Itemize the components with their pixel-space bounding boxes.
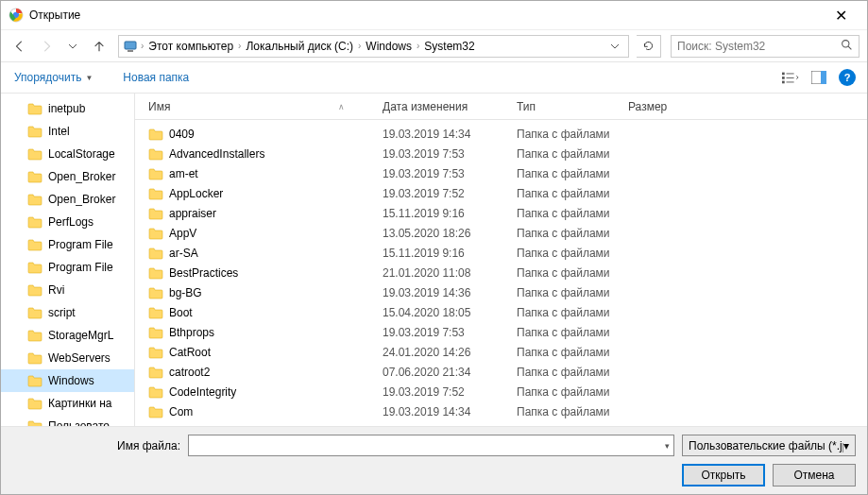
col-size[interactable]: Размер: [628, 100, 704, 113]
file-date: 21.01.2020 11:08: [383, 266, 517, 280]
tree-item[interactable]: Пользовате: [1, 415, 134, 426]
file-name: BestPractices: [169, 266, 238, 280]
preview-pane-button[interactable]: [810, 69, 827, 86]
chevron-down-icon[interactable]: ▾: [659, 441, 670, 451]
file-name: appraiser: [169, 207, 216, 220]
tree-item-label: Intel: [48, 125, 70, 138]
file-name: AppLocker: [169, 187, 223, 200]
file-name: Com: [169, 405, 193, 418]
search-box[interactable]: [671, 35, 859, 58]
tree-item-label: Open_Broker: [48, 170, 115, 183]
file-row[interactable]: BestPractices21.01.2020 11:08Папка с фай…: [135, 263, 867, 282]
col-date[interactable]: Дата изменения: [383, 100, 517, 113]
file-row[interactable]: am-et19.03.2019 7:53Папка с файлами: [135, 163, 867, 183]
file-row[interactable]: Boot15.04.2020 18:05Папка с файлами: [135, 302, 867, 322]
file-name: Bthprops: [169, 326, 214, 339]
search-input[interactable]: [677, 40, 841, 53]
tree-item[interactable]: Картинки на: [1, 392, 134, 415]
tree-item[interactable]: Program File: [1, 233, 134, 256]
tree-item[interactable]: inetpub: [1, 97, 134, 120]
svg-rect-7: [787, 74, 794, 75]
svg-rect-3: [128, 50, 133, 52]
crumb-windows[interactable]: Windows: [362, 36, 416, 57]
cancel-button[interactable]: Отмена: [773, 464, 856, 486]
col-name[interactable]: Имя∧: [148, 100, 383, 113]
tree-item-label: Windows: [48, 374, 94, 387]
tree-item[interactable]: Open_Broker: [1, 188, 134, 211]
back-button[interactable]: [9, 35, 31, 58]
title-bar: Открытие ✕: [1, 1, 867, 29]
path-dropdown[interactable]: [604, 35, 626, 58]
chevron-down-icon: ▾: [843, 439, 849, 452]
tree-item[interactable]: Program File: [1, 256, 134, 279]
search-icon[interactable]: [841, 39, 853, 54]
file-date: 07.06.2020 21:34: [383, 366, 517, 379]
file-row[interactable]: catroot207.06.2020 21:34Папка с файлами: [135, 362, 867, 382]
file-list[interactable]: 040919.03.2019 14:34Папка с файламиAdvan…: [135, 120, 867, 426]
column-headers[interactable]: Имя∧ Дата изменения Тип Размер: [135, 94, 867, 120]
file-date: 15.04.2020 18:05: [383, 306, 517, 319]
breadcrumb-bar[interactable]: › Этот компьютер › Локальный диск (C:) ›…: [118, 35, 629, 58]
up-button[interactable]: [88, 35, 111, 58]
crumb-system32[interactable]: System32: [420, 36, 478, 57]
file-name: bg-BG: [169, 286, 202, 299]
tree-item[interactable]: StorageMgrL: [1, 324, 134, 347]
file-type: Папка с файлами: [517, 187, 628, 200]
tree-item[interactable]: PerfLogs: [1, 211, 134, 233]
file-row[interactable]: CodeIntegrity19.03.2019 7:52Папка с файл…: [135, 382, 867, 401]
view-details-button[interactable]: [782, 69, 799, 86]
filename-input[interactable]: [193, 439, 659, 452]
file-date: 15.11.2019 9:16: [383, 207, 517, 220]
refresh-button[interactable]: [637, 35, 661, 58]
file-type: Папка с файлами: [517, 227, 628, 240]
tree-item[interactable]: Open_Broker: [1, 165, 134, 188]
tree-item[interactable]: Windows: [1, 369, 134, 392]
close-button[interactable]: ✕: [822, 7, 859, 25]
nav-bar: › Этот компьютер › Локальный диск (C:) ›…: [1, 29, 867, 61]
new-folder-button[interactable]: Новая папка: [121, 67, 191, 88]
forward-button[interactable]: [35, 35, 58, 58]
file-name: catroot2: [169, 366, 210, 379]
filename-combo[interactable]: ▾: [188, 435, 674, 456]
help-button[interactable]: ?: [839, 69, 856, 86]
file-name: am-et: [169, 167, 198, 180]
tree-item-label: Картинки на: [48, 397, 112, 410]
file-name: 0409: [169, 128, 195, 141]
file-row[interactable]: Com19.03.2019 14:34Папка с файлами: [135, 401, 867, 421]
tree-item-label: inetpub: [48, 102, 85, 115]
tree-item[interactable]: Rvi: [1, 279, 134, 301]
file-row[interactable]: AppV13.05.2020 18:26Папка с файлами: [135, 223, 867, 243]
file-row[interactable]: appraiser15.11.2019 9:16Папка с файлами: [135, 203, 867, 223]
organize-button[interactable]: Упорядочить▼: [12, 67, 94, 88]
tree-item[interactable]: script: [1, 301, 134, 324]
open-button[interactable]: Открыть: [682, 464, 765, 486]
file-type: Папка с файлами: [517, 366, 628, 379]
file-row[interactable]: bg-BG19.03.2019 14:36Папка с файлами: [135, 282, 867, 302]
file-row[interactable]: CatRoot24.01.2020 14:26Папка с файлами: [135, 342, 867, 362]
tree-item[interactable]: LocalStorage: [1, 143, 134, 165]
crumb-pc[interactable]: Этот компьютер: [145, 36, 237, 57]
tree-item-label: Open_Broker: [48, 193, 115, 206]
recent-dropdown[interactable]: [61, 35, 84, 58]
file-type: Папка с файлами: [517, 247, 628, 260]
file-row[interactable]: ar-SA15.11.2019 9:16Папка с файлами: [135, 243, 867, 263]
chevron-down-icon: ▼: [85, 74, 93, 82]
file-row[interactable]: Bthprops19.03.2019 7:53Папка с файлами: [135, 322, 867, 342]
file-row[interactable]: AdvancedInstallers19.03.2019 7:53Папка с…: [135, 144, 867, 163]
file-type: Папка с файлами: [517, 385, 628, 399]
tree-item[interactable]: WebServers: [1, 347, 134, 369]
folder-tree[interactable]: inetpubIntelLocalStorageOpen_BrokerOpen_…: [1, 94, 135, 426]
crumb-c[interactable]: Локальный диск (C:): [242, 36, 357, 57]
file-row[interactable]: AppLocker19.03.2019 7:52Папка с файлами: [135, 183, 867, 203]
file-type: Папка с файлами: [517, 207, 628, 220]
col-type[interactable]: Тип: [517, 100, 628, 113]
tree-item-label: StorageMgrL: [48, 329, 113, 342]
window-title: Открытие: [29, 9, 822, 22]
tree-item[interactable]: Intel: [1, 120, 134, 143]
file-type-filter[interactable]: Пользовательские файлы (*.jp▾: [682, 435, 856, 456]
file-row[interactable]: 040919.03.2019 14:34Папка с файлами: [135, 124, 867, 144]
file-type: Папка с файлами: [517, 286, 628, 299]
file-date: 24.01.2020 14:26: [383, 346, 517, 359]
file-date: 15.11.2019 9:16: [383, 247, 517, 260]
file-name: CodeIntegrity: [169, 385, 236, 399]
